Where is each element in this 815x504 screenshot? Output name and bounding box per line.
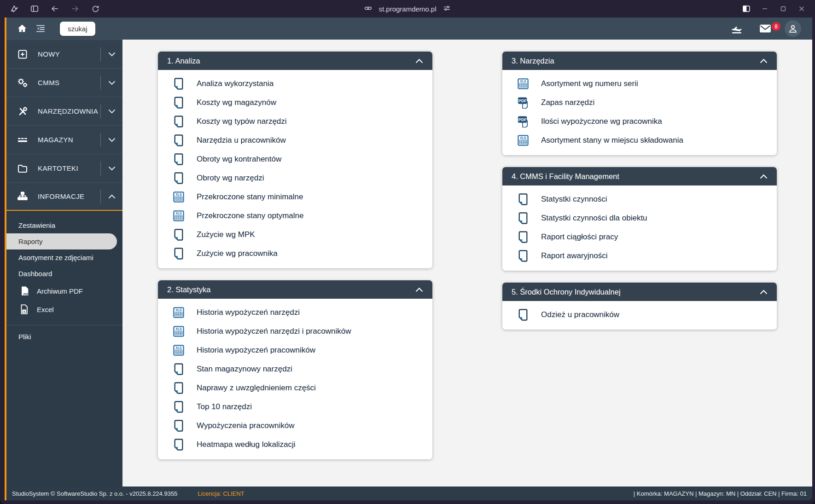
pdf-icon: PDF (518, 116, 529, 127)
back-icon[interactable] (48, 2, 62, 15)
tools-icon (17, 106, 28, 117)
report-item[interactable]: XLS PDF Historia wypożyczeń pracowników (158, 341, 432, 359)
report-item[interactable]: XLS PDF Asortyment wg numeru serii (502, 74, 777, 93)
panel-title: 1. Analiza (167, 57, 200, 65)
panel-body: XLS PDF Statystki czynności (502, 185, 777, 271)
report-item[interactable]: XLS PDF Narzędzia u pracowników (158, 131, 432, 150)
report-item[interactable]: XLS PDF Heatmapa według lokalizacji (158, 435, 432, 454)
sidebar-submenu-label: Archiwum PDF (37, 287, 83, 295)
search-button[interactable]: szukaj (60, 22, 95, 36)
sidebar-submenu: PDF x Zestawienia PDF (6, 211, 122, 487)
report-item[interactable]: XLS PDF Statystki czynności (502, 190, 777, 209)
report-item[interactable]: XLS PDF Analiza wykorzystania (158, 74, 432, 93)
report-item[interactable]: XLS PDF Naprawy z uwzględnieniem części (158, 378, 432, 397)
sidebar-submenu-item[interactable]: PDF x Asortyment ze zdjęciami (6, 249, 122, 266)
report-item[interactable]: XLS PDF Przekroczone stany optymalne (158, 206, 432, 225)
report-item[interactable]: XLS PDF Koszty wg typów narzędzi (158, 112, 432, 131)
report-item[interactable]: XLS PDF Raport awaryjności (502, 246, 777, 265)
doc-icon (518, 212, 529, 225)
doc-icon (173, 438, 184, 451)
collapse-chevron-up-icon (760, 290, 768, 295)
sidebar-submenu-item[interactable]: PDF x Raporty (6, 233, 117, 249)
user-avatar[interactable] (785, 20, 801, 37)
sidebar-submenu-item[interactable]: PDF x Excel (6, 300, 122, 319)
license-text: Licencja: CLIENT (198, 490, 244, 497)
sidebar-submenu-item[interactable]: PDF x Zestawienia (6, 217, 122, 233)
content: 1. Analiza (122, 40, 812, 487)
minimize-button[interactable] (758, 2, 772, 15)
maximize-button[interactable] (776, 2, 790, 15)
report-item-label: Asortyment stany w miejscu składowania (541, 136, 683, 145)
report-panel: 1. Analiza (158, 52, 432, 268)
sidebar-nav-item[interactable]: INFORMACJE (6, 182, 122, 211)
xls-icon: XLS (173, 326, 184, 337)
report-item[interactable]: XLS PDF Asortyment stany w miejscu skład… (502, 131, 777, 150)
report-item[interactable]: XLS PDF Wypożyczenia pracowników (158, 416, 432, 435)
report-item[interactable]: XLS PDF Ilości wypożyczone wg pracownika (502, 112, 777, 131)
doc-icon (173, 115, 184, 128)
sidebar-nav-label: KARTOTEKI (38, 164, 78, 172)
report-item-label: Analiza wykorzystania (197, 79, 274, 88)
report-item[interactable]: XLS PDF Historia wypożyczeń narzędzi i p… (158, 322, 432, 341)
report-item[interactable]: XLS PDF Koszty wg magazynów (158, 93, 432, 112)
sidebar-nav-label: CMMS (38, 79, 59, 87)
report-item-label: Koszty wg magazynów (197, 98, 276, 107)
close-button[interactable] (795, 2, 809, 15)
report-item[interactable]: XLS PDF Raport ciągłości pracy (502, 227, 777, 246)
collapse-chevron-up-icon (760, 174, 768, 179)
report-item[interactable]: XLS PDF Historia wypożyczeń narzędzi (158, 303, 432, 322)
sidebar-submenu-label: Excel (37, 306, 54, 313)
split-view-icon[interactable] (739, 2, 753, 15)
report-item[interactable]: XLS PDF Zapas narzędzi (502, 93, 777, 112)
report-item-label: Historia wypożyczeń narzędzi (197, 308, 300, 317)
doc-icon (518, 231, 529, 243)
xls-icon: XLS (173, 307, 184, 318)
panel-title: 2. Statystyka (167, 285, 210, 294)
report-item[interactable]: XLS PDF Statystki czynności dla obiektu (502, 209, 777, 227)
plane-departure-icon[interactable] (728, 19, 746, 38)
collapse-chevron-up-icon (415, 58, 423, 64)
report-item-label: Statystki czynności (541, 195, 607, 204)
sidebar-submenu-item[interactable]: PDF x Dashboard (6, 266, 122, 282)
sidebar-submenu-item[interactable]: PDF x Pliki (6, 325, 122, 348)
report-item[interactable]: XLS PDF Obroty wg narzędzi (158, 168, 432, 187)
sidebar-nav-item[interactable]: CMMS (6, 68, 122, 97)
report-item-label: Historia wypożyczeń narzędzi i pracownik… (197, 327, 351, 336)
report-item[interactable]: XLS PDF Top 10 narzędzi (158, 397, 432, 416)
report-item[interactable]: XLS PDF Przekroczone stany minimalne (158, 187, 432, 206)
report-item[interactable]: XLS PDF Obroty wg kontrahentów (158, 150, 432, 168)
panel-header[interactable]: 2. Statystyka (158, 280, 432, 299)
sidebar-nav-item[interactable]: KARTOTEKI (6, 154, 122, 182)
sidebar-submenu-label: Pliki (18, 333, 31, 341)
report-item[interactable]: XLS PDF Stan magazynowy narzędzi (158, 359, 432, 378)
panel-column-1: 1. Analiza (158, 52, 432, 475)
sidebar-nav-item[interactable]: MAGAZYN (6, 125, 122, 154)
link-icon (364, 4, 372, 14)
report-item[interactable]: XLS PDF Odzież u pracowników (502, 305, 777, 324)
report-item[interactable]: XLS PDF Zużycie wg MPK (158, 225, 432, 244)
doc-icon (173, 382, 184, 394)
sidebar-submenu-item[interactable]: PDF x Archiwum PDF (6, 282, 122, 300)
forward-icon[interactable] (68, 2, 82, 15)
xls-icon: XLS (518, 135, 529, 146)
report-item-label: Asortyment wg numeru serii (541, 79, 638, 88)
sidebar-submenu-label: Dashboard (18, 270, 52, 278)
home-icon[interactable] (13, 19, 31, 38)
mail-icon[interactable]: 8 (756, 19, 774, 38)
panel-header[interactable]: 4. CMMS i Facility Management (502, 167, 777, 185)
outdent-icon[interactable] (31, 19, 50, 38)
panel-header[interactable]: 3. Narzędzia (502, 52, 777, 70)
sidebar-toggle-icon[interactable] (28, 2, 41, 15)
tune-icon[interactable] (443, 4, 451, 14)
url-bar[interactable]: st.programdemo.pl (364, 0, 451, 17)
panel-title: 3. Narzędzia (512, 57, 554, 65)
sidebar-nav-item[interactable]: NARZĘDZIOWNIA (6, 97, 122, 125)
sidebar-nav-label: INFORMACJE (38, 192, 85, 200)
panel-header[interactable]: 5. Środki Ochrony Indywidualnej (502, 283, 777, 301)
svg-text:PDF: PDF (23, 293, 29, 295)
panel-header[interactable]: 1. Analiza (158, 52, 432, 70)
app: szukaj 8 (5, 17, 812, 500)
sidebar-nav-item[interactable]: NOWY (6, 40, 122, 68)
reload-icon[interactable] (88, 2, 102, 15)
report-item[interactable]: XLS PDF Zużycie wg pracownika (158, 244, 432, 263)
